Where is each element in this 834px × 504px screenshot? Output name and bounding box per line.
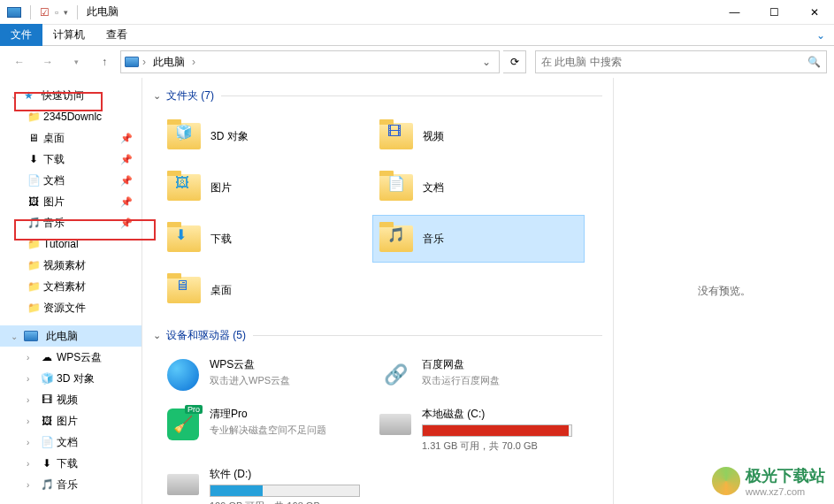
section-drives[interactable]: ⌄设备和驱动器 (5) xyxy=(153,325,602,347)
window-title: 此电脑 xyxy=(87,4,119,19)
sidebar-pc-item-2[interactable]: ›🎞视频 xyxy=(0,389,142,410)
sidebar-pc-item-6[interactable]: ›🎵音乐 xyxy=(0,474,142,495)
sidebar-pc-item-1[interactable]: ›🧊3D 对象 xyxy=(0,368,142,389)
watermark-name: 极光下载站 xyxy=(746,465,825,486)
qat-dropdown-icon[interactable]: ▾ xyxy=(64,8,68,17)
sidebar-this-pc[interactable]: ⌄ 此电脑 xyxy=(0,325,142,347)
sidebar-quick-access[interactable]: ⌄★ 快速访问 xyxy=(0,85,142,106)
up-button[interactable]: ↑ xyxy=(92,50,117,74)
watermark: 极光下载站 www.xz7.com xyxy=(712,465,825,497)
search-input[interactable] xyxy=(541,56,807,68)
drive-item-1[interactable]: 🔗 百度网盘 双击运行百度网盘 xyxy=(372,352,585,398)
drive-item-2[interactable]: 🧹Pro 清理Pro 专业解决磁盘空间不足问题 xyxy=(160,401,372,458)
sidebar[interactable]: ⌄★ 快速访问📁2345Downlc🖥桌面📌⬇下载📌📄文档📌🖼图片📌🎵音乐📌📁T… xyxy=(0,78,142,504)
watermark-url: www.xz7.com xyxy=(746,486,825,497)
recent-dropdown[interactable]: ▾ xyxy=(64,50,88,74)
sidebar-qa-item-4[interactable]: 🖼图片📌 xyxy=(0,191,142,212)
drive-item-4[interactable]: 软件 (D:) 109 GB 可用，共 168 GB xyxy=(160,462,372,504)
tab-computer[interactable]: 计算机 xyxy=(42,24,96,46)
tab-view[interactable]: 查看 xyxy=(96,24,138,46)
search-icon[interactable]: 🔍 xyxy=(807,56,821,68)
sidebar-qa-item-5[interactable]: 🎵音乐📌 xyxy=(0,212,142,233)
address-box[interactable]: › 此电脑 › ⌄ xyxy=(120,50,500,73)
sidebar-qa-item-2[interactable]: ⬇下载📌 xyxy=(0,149,142,170)
section-folders[interactable]: ⌄文件夹 (7) xyxy=(153,85,602,107)
folder-item-2[interactable]: 🖼 图片 xyxy=(160,164,372,211)
sidebar-qa-item-8[interactable]: 📁文档素材 xyxy=(0,276,142,297)
refresh-button[interactable]: ⟳ xyxy=(503,50,526,73)
sidebar-qa-item-0[interactable]: 📁2345Downlc xyxy=(0,106,142,127)
sidebar-qa-item-3[interactable]: 📄文档📌 xyxy=(0,170,142,191)
minimize-button[interactable]: — xyxy=(715,0,754,25)
maximize-button[interactable]: ☐ xyxy=(754,0,794,25)
sidebar-pc-item-3[interactable]: ›🖼图片 xyxy=(0,410,142,431)
sidebar-pc-item-0[interactable]: ›☁WPS云盘 xyxy=(0,347,142,368)
sidebar-pc-item-4[interactable]: ›📄文档 xyxy=(0,431,142,453)
search-box[interactable]: 🔍 xyxy=(535,50,827,73)
breadcrumb[interactable]: 此电脑 xyxy=(149,55,188,70)
titlebar: ☑ ▫ ▾ 此电脑 — ☐ ✕ xyxy=(0,0,834,25)
address-dropdown-icon[interactable]: ⌄ xyxy=(478,56,495,68)
items-pane[interactable]: ⌄文件夹 (7) 🧊 3D 对象 🎞 视频 🖼 图片 📄 文档 ⬇ 下载 🎵 音… xyxy=(142,78,613,504)
folder-item-5[interactable]: 🎵 音乐 xyxy=(372,215,585,263)
ribbon: 文件 计算机 查看 ⌄ xyxy=(0,25,834,46)
qat-item-icon[interactable]: ▫ xyxy=(55,6,58,19)
watermark-logo-icon xyxy=(712,467,740,495)
pc-icon xyxy=(125,57,139,67)
qat-checkbox-icon[interactable]: ☑ xyxy=(40,6,50,19)
sidebar-qa-item-1[interactable]: 🖥桌面📌 xyxy=(0,127,142,149)
address-bar: ← → ▾ ↑ › 此电脑 › ⌄ ⟳ 🔍 xyxy=(0,46,834,78)
folder-item-0[interactable]: 🧊 3D 对象 xyxy=(160,112,372,160)
drive-item-3[interactable]: 本地磁盘 (C:) 1.31 GB 可用，共 70.0 GB xyxy=(372,401,585,458)
preview-text: 没有预览。 xyxy=(698,284,751,299)
sidebar-qa-item-9[interactable]: 📁资源文件 xyxy=(0,297,142,318)
folder-item-6[interactable]: 🖥 桌面 xyxy=(160,266,372,314)
forward-button[interactable]: → xyxy=(35,50,60,74)
ribbon-expand-icon[interactable]: ⌄ xyxy=(816,29,834,42)
folder-item-1[interactable]: 🎞 视频 xyxy=(372,112,585,160)
sidebar-qa-item-7[interactable]: 📁视频素材 xyxy=(0,255,142,276)
back-button[interactable]: ← xyxy=(7,50,32,74)
sidebar-pc-item-5[interactable]: ›⬇下载 xyxy=(0,453,142,474)
drive-item-0[interactable]: WPS云盘 双击进入WPS云盘 xyxy=(160,352,372,398)
close-button[interactable]: ✕ xyxy=(794,0,834,25)
folder-item-3[interactable]: 📄 文档 xyxy=(372,164,585,211)
sidebar-qa-item-6[interactable]: 📁Tutorial xyxy=(0,233,142,255)
tab-file[interactable]: 文件 xyxy=(0,24,42,46)
preview-pane: 没有预览。 xyxy=(613,78,834,504)
app-icon xyxy=(7,7,21,18)
folder-item-4[interactable]: ⬇ 下载 xyxy=(160,215,372,263)
